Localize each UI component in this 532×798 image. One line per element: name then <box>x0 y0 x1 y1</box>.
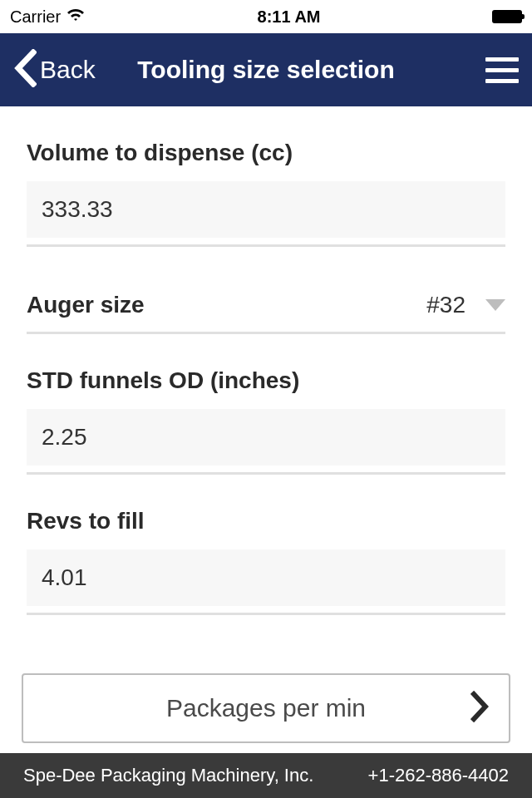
footer-company: Spe-Dee Packaging Machinery, Inc. <box>23 765 313 786</box>
status-bar: Carrier 8:11 AM <box>0 0 532 33</box>
nav-bar: Back Tooling size selection <box>0 33 532 106</box>
chevron-right-icon <box>470 691 489 726</box>
revs-label: Revs to fill <box>27 508 505 534</box>
funnel-label: STD funnels OD (inches) <box>27 367 505 394</box>
chevron-down-icon <box>485 299 505 311</box>
wifi-icon <box>66 7 86 27</box>
divider <box>27 244 505 247</box>
revs-input[interactable]: 4.01 <box>27 549 505 606</box>
footer: Spe-Dee Packaging Machinery, Inc. +1-262… <box>0 753 532 798</box>
back-chevron-icon <box>13 49 37 91</box>
status-left: Carrier <box>10 7 86 27</box>
funnel-input[interactable]: 2.25 <box>27 409 505 466</box>
status-time: 8:11 AM <box>258 7 321 27</box>
volume-field-group: Volume to dispense (cc) 333.33 <box>27 140 505 238</box>
volume-label: Volume to dispense (cc) <box>27 140 505 166</box>
carrier-label: Carrier <box>10 7 61 27</box>
content: Volume to dispense (cc) 333.33 Auger siz… <box>0 106 532 615</box>
funnel-field-group: STD funnels OD (inches) 2.25 <box>27 367 505 466</box>
footer-phone[interactable]: +1-262-886-4402 <box>368 765 509 786</box>
page-title: Tooling size selection <box>137 56 395 84</box>
battery-icon <box>492 10 522 23</box>
back-label: Back <box>40 56 96 84</box>
divider <box>27 613 505 615</box>
volume-input[interactable]: 333.33 <box>27 181 505 238</box>
packages-per-min-label: Packages per min <box>166 694 366 722</box>
divider <box>27 332 505 334</box>
revs-field-group: Revs to fill 4.01 <box>27 508 505 606</box>
packages-per-min-button[interactable]: Packages per min <box>22 673 510 743</box>
divider <box>27 472 505 475</box>
menu-button[interactable] <box>485 57 519 83</box>
auger-label: Auger size <box>27 292 145 318</box>
back-button[interactable]: Back <box>13 49 96 91</box>
status-right <box>492 10 522 23</box>
auger-select[interactable]: Auger size #32 <box>27 280 505 330</box>
menu-icon <box>485 57 519 62</box>
auger-value: #32 <box>426 292 466 318</box>
